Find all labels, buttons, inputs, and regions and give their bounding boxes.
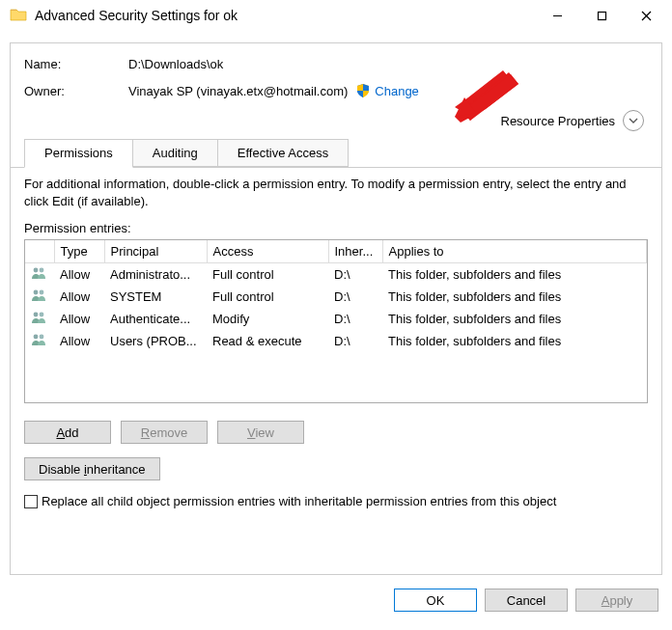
resource-properties-label: Resource Properties (501, 114, 616, 128)
cell-type: Allow (54, 286, 104, 308)
table-row[interactable]: AllowAdministrato...Full controlD:\This … (25, 263, 647, 287)
remove-button[interactable]: Remove (121, 421, 208, 444)
info-text: For additional information, double-click… (24, 176, 648, 209)
col-access[interactable]: Access (207, 240, 328, 263)
cell-applies: This folder, subfolders and files (382, 330, 647, 352)
cell-type: Allow (54, 308, 104, 330)
cell-principal: Authenticate... (104, 308, 207, 330)
svg-point-7 (34, 268, 39, 273)
cell-access: Read & execute (207, 330, 328, 352)
col-icon[interactable] (25, 240, 54, 263)
table-row[interactable]: AllowUsers (PROB...Read & executeD:\This… (25, 330, 647, 352)
cell-type: Allow (54, 330, 104, 352)
cell-access: Full control (207, 263, 328, 287)
change-owner-link[interactable]: Change (375, 84, 419, 98)
folder-icon (10, 7, 29, 24)
cell-principal: Users (PROB... (104, 330, 207, 352)
cell-inherited: D:\ (328, 308, 382, 330)
cell-inherited: D:\ (328, 286, 382, 308)
cell-principal: SYSTEM (104, 286, 207, 308)
replace-checkbox-label: Replace all child object permission entr… (42, 494, 556, 508)
svg-point-13 (34, 335, 39, 340)
cell-type: Allow (54, 263, 104, 287)
svg-point-10 (40, 290, 44, 295)
ok-button[interactable]: OK (394, 589, 477, 612)
cell-access: Modify (207, 308, 328, 330)
content-frame: Name: D:\Downloads\ok Owner: Vinayak SP … (10, 42, 662, 575)
dialog-footer: OK Cancel Apply (0, 579, 672, 619)
col-inherited[interactable]: Inher... (328, 240, 382, 263)
table-row[interactable]: AllowAuthenticate...ModifyD:\This folder… (25, 308, 647, 330)
cell-access: Full control (207, 286, 328, 308)
owner-label: Owner: (24, 84, 128, 98)
resource-properties-row[interactable]: Resource Properties (24, 110, 644, 131)
name-row: Name: D:\Downloads\ok (24, 57, 648, 71)
cell-applies: This folder, subfolders and files (382, 263, 647, 287)
apply-button[interactable]: Apply (575, 589, 658, 612)
cancel-button[interactable]: Cancel (485, 589, 568, 612)
owner-row: Owner: Vinayak SP (vinayak.etx@hotmail.c… (24, 83, 648, 98)
people-icon (25, 330, 54, 352)
svg-point-12 (40, 313, 44, 317)
window-controls (535, 1, 668, 30)
close-button[interactable] (624, 1, 668, 30)
col-type[interactable]: Type (54, 240, 104, 263)
replace-checkbox[interactable] (24, 495, 38, 508)
cell-principal: Administrato... (104, 263, 207, 287)
add-button[interactable]: Add (24, 421, 111, 444)
disable-inheritance-button[interactable]: Disable inheritance (24, 457, 160, 480)
permission-table[interactable]: Type Principal Access Inher... Applies t… (24, 239, 648, 403)
tab-permissions[interactable]: Permissions (24, 139, 133, 168)
minimize-button[interactable] (535, 1, 579, 30)
table-row[interactable]: AllowSYSTEMFull controlD:\This folder, s… (25, 286, 647, 308)
maximize-button[interactable] (579, 1, 624, 30)
svg-point-14 (40, 335, 44, 340)
people-icon (25, 286, 54, 308)
col-applies[interactable]: Applies to (382, 240, 647, 263)
people-icon (25, 308, 54, 330)
tab-auditing[interactable]: Auditing (133, 139, 218, 167)
chevron-down-icon[interactable] (623, 110, 644, 131)
cell-inherited: D:\ (328, 263, 382, 287)
button-row: Add Remove View (24, 421, 648, 444)
name-label: Name: (24, 57, 128, 71)
view-button[interactable]: View (217, 421, 304, 444)
col-principal[interactable]: Principal (104, 240, 207, 263)
tab-effective-access[interactable]: Effective Access (218, 139, 349, 167)
owner-value: Vinayak SP (vinayak.etx@hotmail.com) (128, 84, 348, 98)
shield-icon (355, 83, 371, 98)
entries-label: Permission entries: (24, 221, 648, 235)
cell-inherited: D:\ (328, 330, 382, 352)
cell-applies: This folder, subfolders and files (382, 286, 647, 308)
svg-point-11 (34, 313, 39, 317)
svg-point-9 (34, 290, 39, 295)
svg-point-8 (40, 268, 44, 273)
people-icon (25, 263, 54, 287)
window-title: Advanced Security Settings for ok (35, 8, 535, 23)
svg-rect-1 (598, 12, 605, 19)
name-value: D:\Downloads\ok (128, 57, 223, 71)
replace-checkbox-row[interactable]: Replace all child object permission entr… (24, 494, 648, 508)
tabstrip: Permissions Auditing Effective Access (11, 139, 661, 168)
cell-applies: This folder, subfolders and files (382, 308, 647, 330)
titlebar: Advanced Security Settings for ok (0, 0, 672, 31)
